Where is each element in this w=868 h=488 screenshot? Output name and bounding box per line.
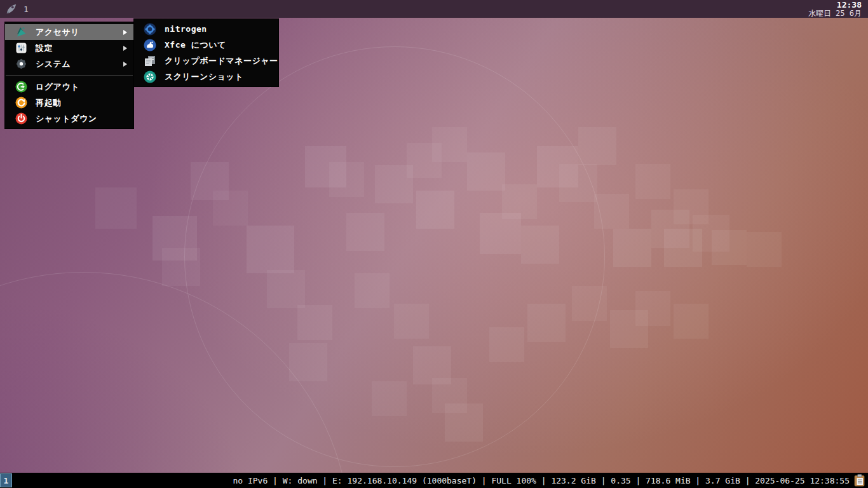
clock-time: 12:38 xyxy=(808,1,862,10)
menu-item-label: システム xyxy=(36,58,71,70)
workspace-indicator[interactable]: 1 xyxy=(0,473,12,487)
restart-icon xyxy=(15,97,27,109)
bottom-status-bar: 1 no IPv6 | W: down | E: 192.168.10.149 … xyxy=(0,473,868,488)
submenu-item-clipboard-manager[interactable]: クリップボードマネージャー xyxy=(134,53,278,69)
screenshot-icon xyxy=(144,71,156,83)
submenu-arrow-icon xyxy=(123,46,127,51)
menu-item-label: シャットダウン xyxy=(36,113,97,125)
menu-item-label: ログアウト xyxy=(36,81,79,93)
menu-item-label: アクセサリ xyxy=(36,27,79,38)
nitrogen-icon xyxy=(144,23,156,36)
menu-item-settings[interactable]: 設定 xyxy=(5,40,133,56)
top-pager-label[interactable]: 1 xyxy=(24,4,29,14)
clipboard-manager-icon xyxy=(144,55,156,67)
clock-date: 水曜日 25 6月 xyxy=(808,10,862,18)
submenu-arrow-icon xyxy=(123,62,127,67)
menu-item-accessories[interactable]: アクセサリ xyxy=(5,24,133,40)
menu-item-label: 設定 xyxy=(36,43,53,54)
menu-separator xyxy=(6,75,133,76)
rocket-launcher-icon[interactable] xyxy=(5,3,18,15)
menu-item-shutdown[interactable]: シャットダウン xyxy=(5,111,133,126)
submenu-item-label: クリップボードマネージャー xyxy=(165,55,278,67)
shutdown-icon xyxy=(15,112,27,125)
accessories-submenu: nitrogen Xfce について クリップボードマネー xyxy=(134,19,278,86)
menu-item-logout[interactable]: ログアウト xyxy=(5,79,133,95)
system-status-text: no IPv6 | W: down | E: 192.168.10.149 (1… xyxy=(233,476,850,485)
submenu-item-screenshot[interactable]: スクリーンショット xyxy=(134,69,278,85)
top-panel: 1 12:38 水曜日 25 6月 xyxy=(0,0,868,18)
system-gear-icon xyxy=(15,58,27,71)
submenu-arrow-icon xyxy=(123,30,127,35)
submenu-item-about-xfce[interactable]: Xfce について xyxy=(134,37,278,53)
submenu-item-nitrogen[interactable]: nitrogen xyxy=(134,21,278,37)
submenu-item-label: Xfce について xyxy=(165,39,226,51)
xfce-mouse-icon xyxy=(144,39,156,51)
accessories-icon xyxy=(15,26,27,39)
menu-item-restart[interactable]: 再起動 xyxy=(5,95,133,111)
logout-icon xyxy=(15,81,27,93)
clipboard-tray-icon[interactable] xyxy=(854,474,865,487)
panel-clock: 12:38 水曜日 25 6月 xyxy=(808,1,868,17)
submenu-item-label: スクリーンショット xyxy=(165,71,243,83)
submenu-item-label: nitrogen xyxy=(165,24,207,34)
settings-icon xyxy=(15,42,27,55)
application-menu: アクセサリ 設定 xyxy=(5,22,133,128)
menu-item-label: 再起動 xyxy=(36,97,62,109)
menu-item-system[interactable]: システム xyxy=(5,56,133,72)
